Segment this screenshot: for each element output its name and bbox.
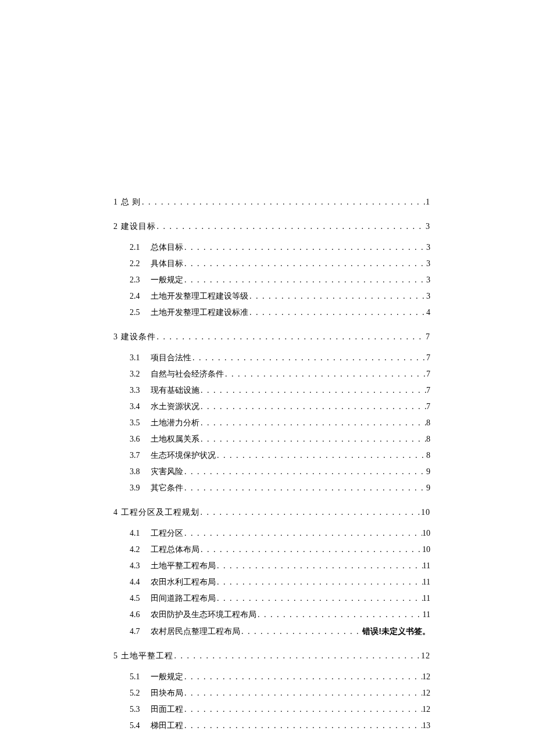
toc-entry-number: 3.9 (130, 480, 151, 496)
toc-page-number: 11 (423, 607, 430, 623)
toc-entry-number: 5.3 (130, 701, 151, 718)
toc-leader-dots (191, 350, 426, 366)
toc-entry-number: 2.2 (130, 256, 151, 272)
toc-entry: 4.1工程分区10 (113, 525, 430, 542)
toc-entry: 3.6土地权属关系8 (113, 431, 430, 447)
toc-entry: 3.7生态环境保护状况8 (113, 447, 430, 464)
toc-leader-dots (183, 272, 426, 288)
toc-entry-number: 2.3 (130, 272, 151, 288)
toc-entry-title: 田间道路工程布局 (151, 590, 216, 607)
toc-entry: 3.3现有基础设施7 (113, 382, 430, 399)
toc-page-number: 7 (426, 366, 430, 382)
toc-entry-number: 2.5 (130, 304, 151, 321)
toc-entry-number: 4.1 (130, 525, 151, 542)
toc-entry-title: 农村居民点整理工程布局 (151, 624, 240, 640)
toc-page-number: 9 (426, 480, 430, 496)
toc-entry-number: 3.7 (130, 447, 151, 464)
toc-page-number: 3 (426, 218, 430, 235)
toc-entry-number: 4.7 (130, 624, 151, 640)
toc-entry: 5.1一般规定12 (113, 669, 430, 685)
toc-leader-dots (183, 256, 426, 272)
toc-entry-number: 3.5 (130, 415, 151, 431)
toc-page-number: 4 (426, 304, 430, 321)
toc-entry: 4 工程分区及工程规划10 (113, 504, 430, 521)
toc-page-number: 9 (426, 464, 430, 480)
toc-entry: 4.3土地平整工程布局11 (113, 558, 430, 574)
toc-entry-number: 3.2 (130, 366, 151, 382)
toc-leader-dots (156, 218, 426, 235)
toc-page-number: 8 (426, 431, 430, 447)
toc-page-number: 10 (421, 504, 430, 521)
toc-entry: 2.3一般规定3 (113, 272, 430, 288)
toc-entry: 3.9其它条件9 (113, 480, 430, 496)
toc-leader-dots (256, 607, 423, 623)
toc-entry-title: 现有基础设施 (151, 382, 199, 399)
toc-page-number: 12 (422, 669, 430, 685)
toc-leader-dots (240, 624, 362, 640)
toc-leader-dots (183, 239, 426, 256)
toc-leader-dots (183, 525, 422, 542)
toc-entry-number: 4.2 (130, 542, 151, 558)
toc-entry-title: 农田水利工程布局 (151, 574, 216, 590)
toc-entry: 3.5土地潜力分析8 (113, 415, 430, 431)
toc-page-number: 13 (422, 718, 430, 734)
toc-page-number: 7 (426, 350, 430, 366)
toc-entry: 1 总 则1 (113, 194, 430, 210)
toc-entry-title: 工程分区 (151, 525, 183, 542)
toc-entry-number: 4.6 (130, 607, 151, 623)
toc-leader-dots (183, 685, 422, 701)
toc-leader-dots (216, 447, 426, 464)
toc-page-number: 7 (426, 329, 430, 345)
toc-entry: 2.4土地开发整理工程建设等级3 (113, 288, 430, 304)
toc-entry-title: 灾害风险 (151, 464, 183, 480)
toc-leader-dots (183, 669, 422, 685)
toc-entry-title: 土地平整工程布局 (151, 558, 216, 574)
toc-page-number: 11 (423, 574, 430, 590)
toc-page-number: 11 (423, 590, 430, 607)
toc-entry: 2 建设目标3 (113, 218, 430, 235)
toc-leader-dots (199, 431, 426, 447)
toc-entry-number: 3.6 (130, 431, 151, 447)
toc-entry: 3.4水土资源状况7 (113, 399, 430, 415)
toc-section-title: 2 建设目标 (113, 218, 156, 235)
toc-entry: 4.4农田水利工程布局11 (113, 574, 430, 590)
toc-leader-dots (156, 329, 426, 345)
toc-entry-number: 3.4 (130, 399, 151, 415)
toc-leader-dots (199, 542, 422, 558)
toc-entry: 5 土地平整工程12 (113, 648, 430, 664)
toc-entry-title: 生态环境保护状况 (151, 447, 216, 464)
toc-leader-dots (183, 718, 422, 734)
toc-leader-dots (199, 399, 426, 415)
toc-entry: 4.2工程总体布局10 (113, 542, 430, 558)
toc-entry: 4.6农田防护及生态环境工程布局11 (113, 607, 430, 623)
toc-page-number: 3 (426, 272, 430, 288)
toc-entry: 5.4梯田工程13 (113, 718, 430, 734)
toc-leader-dots (224, 366, 426, 382)
toc-entry: 2.1总体目标3 (113, 239, 430, 256)
toc-entry: 2.5土地开发整理工程建设标准4 (113, 304, 430, 321)
toc-leader-dots (248, 288, 426, 304)
toc-entry-title: 土地潜力分析 (151, 415, 199, 431)
toc-entry: 3 建设条件7 (113, 329, 430, 345)
toc-leader-dots (183, 464, 426, 480)
toc-entry-title: 一般规定 (151, 669, 183, 685)
toc-entry-title: 具体目标 (151, 256, 183, 272)
toc-entry: 5.2田块布局12 (113, 685, 430, 701)
toc-entry-title: 梯田工程 (151, 718, 183, 734)
toc-entry-title: 土地开发整理工程建设等级 (151, 288, 248, 304)
toc-entry-title: 总体目标 (151, 239, 183, 256)
toc-entry-number: 5.4 (130, 718, 151, 734)
toc-entry: 4.5田间道路工程布局11 (113, 590, 430, 607)
toc-page-number: 12 (422, 685, 430, 701)
toc-page-number: 7 (426, 382, 430, 399)
toc-section-title: 1 总 则 (113, 194, 141, 210)
toc-page-number: 8 (426, 415, 430, 431)
toc-entry-title: 农田防护及生态环境工程布局 (151, 607, 256, 623)
toc-section-title: 5 土地平整工程 (113, 648, 173, 664)
toc-leader-dots (248, 304, 426, 321)
toc-page-number: 7 (426, 399, 430, 415)
toc-entry-number: 2.4 (130, 288, 151, 304)
toc-entry-title: 项目合法性 (151, 350, 191, 366)
toc-page-number: 3 (426, 256, 430, 272)
toc-entry: 5.3田面工程12 (113, 701, 430, 718)
